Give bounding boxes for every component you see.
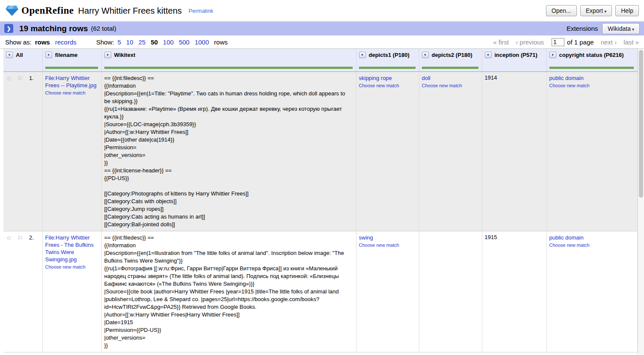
wikitext-cell[interactable]: == {{int:filedesc}} == {{Information |De… (101, 231, 356, 352)
flag-icon[interactable]: ⚐ (17, 75, 23, 83)
choose-new-match-link[interactable]: Choose new match (45, 90, 98, 95)
column-menu-button-depicts1[interactable]: ▼ (359, 52, 366, 58)
column-header-filename: ▼ filename (42, 49, 101, 71)
chevron-down-icon: ▼ (551, 53, 555, 57)
filename-cell: File:Harry Whittier Frees - The Bufkins … (42, 231, 101, 352)
column-name-filename: filename (55, 52, 78, 58)
page-number-input[interactable] (552, 38, 564, 46)
filename-link[interactable]: File:Harry Whittier Frees - The Bufkins … (45, 234, 94, 263)
choose-new-match-link[interactable]: Choose new match (549, 243, 634, 248)
star-icon[interactable]: ☆ (6, 75, 12, 83)
column-menu-button-filename[interactable]: ▼ (45, 52, 52, 58)
row-index: 2. (29, 234, 34, 241)
show-as-label: Show as: (5, 38, 32, 46)
wikidata-extension-button[interactable]: Wikidata▾ (602, 23, 640, 34)
openrefine-app: OpenRefine Harry Whittier Frees kittens … (0, 0, 644, 355)
depicts1-cell: skipping rope Choose new match (356, 71, 419, 231)
wikitext-value: == {{int:filedesc}} == {{Information |De… (104, 234, 353, 349)
reconciliation-progress-bar (422, 67, 478, 69)
column-name-all: All (16, 52, 23, 58)
app-name: OpenRefine (21, 5, 74, 16)
depicts2-cell: doll Choose new match (419, 71, 482, 231)
page-size-10[interactable]: 10 (126, 38, 134, 46)
facet-panel-toggle-button[interactable]: ❯ (4, 24, 13, 33)
permalink-link[interactable]: Permalink (189, 8, 214, 14)
column-header-copyright-status: ▼ copyright status (P6216) (546, 49, 637, 71)
open-button[interactable]: Open... (546, 5, 577, 16)
chevron-down-icon: ▼ (487, 53, 490, 57)
copyright-status-cell: public domain Choose new match (546, 71, 637, 231)
copyright-status-link[interactable]: public domain (549, 75, 584, 81)
next-page-button[interactable]: next › (601, 38, 617, 46)
chevron-down-icon: ▼ (361, 53, 364, 57)
column-header-depicts2: ▼ depicts2 (P180) (419, 49, 482, 71)
depicts1-link[interactable]: swing (359, 234, 373, 241)
rows-suffix-label: rows (214, 38, 228, 46)
extensions-label: Extensions (567, 25, 598, 32)
table-row: ☆ ⚐ 2. File:Harry Whittier Frees - The B… (3, 231, 637, 352)
inception-cell[interactable]: 1915 (482, 231, 546, 352)
inception-value: 1914 (485, 74, 497, 81)
page-count-label: of 1 page (567, 38, 594, 46)
depicts1-cell: swing Choose new match (356, 231, 419, 352)
data-table: ▼ All ▼ filename (3, 49, 638, 352)
choose-new-match-link[interactable]: Choose new match (422, 83, 478, 88)
row-controls-cell: ☆ ⚐ 2. (3, 231, 42, 352)
column-menu-button-copyright-status[interactable]: ▼ (549, 52, 556, 58)
summary-bar: ❯ 19 matching rows (62 total) Extensions… (0, 21, 644, 36)
page-size-500[interactable]: 500 (179, 38, 190, 46)
top-bar: OpenRefine Harry Whittier Frees kittens … (0, 0, 644, 21)
vertical-scrollbar-thumb[interactable] (639, 50, 643, 198)
project-title: Harry Whittier Frees kittens (78, 6, 182, 16)
reconciliation-progress-bar (359, 67, 415, 69)
wikidata-extension-label: Wikidata (608, 25, 631, 32)
column-menu-button-wikitext[interactable]: ▼ (104, 52, 111, 58)
first-page-button[interactable]: « first (493, 38, 509, 46)
inception-cell[interactable]: 1914 (482, 71, 546, 231)
previous-page-button[interactable]: ‹ previous (516, 38, 544, 46)
row-index: 1. (29, 75, 34, 81)
data-table-area: ▼ All ▼ filename (0, 49, 644, 352)
choose-new-match-link[interactable]: Choose new match (359, 83, 415, 88)
column-name-depicts1: depicts1 (P180) (369, 52, 410, 58)
wikitext-cell[interactable]: == {{int:filedesc}} == {{Information |De… (101, 71, 356, 231)
column-header-all: ▼ All (3, 49, 42, 71)
export-button[interactable]: Export▾ (580, 5, 612, 16)
chevron-down-icon: ▼ (8, 53, 11, 57)
column-menu-button-depicts2[interactable]: ▼ (422, 52, 429, 58)
show-as-records-option[interactable]: records (55, 38, 77, 46)
total-rows-count: (62 total) (91, 25, 116, 32)
depicts2-cell[interactable] (419, 231, 482, 352)
copyright-status-link[interactable]: public domain (549, 234, 584, 241)
filename-cell: File:Harry Whittier Frees -- Playtime.jp… (42, 71, 101, 231)
reconciliation-progress-bar (45, 67, 98, 69)
flag-icon[interactable]: ⚐ (17, 234, 23, 242)
help-button[interactable]: Help (615, 5, 639, 16)
depicts1-link[interactable]: skipping rope (359, 75, 392, 81)
chevron-down-icon: ▾ (604, 9, 606, 14)
column-menu-button-all[interactable]: ▼ (6, 52, 13, 58)
choose-new-match-link[interactable]: Choose new match (359, 243, 415, 248)
page-size-1000[interactable]: 1000 (195, 38, 209, 46)
filename-link[interactable]: File:Harry Whittier Frees -- Playtime.jp… (45, 75, 97, 89)
page-size-5[interactable]: 5 (117, 38, 121, 46)
last-page-button[interactable]: last » (623, 38, 639, 46)
choose-new-match-link[interactable]: Choose new match (549, 83, 634, 88)
page-size-25[interactable]: 25 (138, 38, 145, 46)
vertical-scrollbar-track[interactable] (638, 49, 644, 355)
column-header-inception: ▼ inception (P571) (482, 49, 546, 71)
column-name-inception: inception (P571) (495, 52, 537, 58)
chevron-down-icon: ▼ (47, 53, 50, 57)
chevron-down-icon: ▾ (632, 27, 634, 32)
depicts2-link[interactable]: doll (422, 75, 430, 81)
column-menu-button-inception[interactable]: ▼ (485, 52, 492, 58)
page-size-50-selected[interactable]: 50 (151, 38, 158, 46)
show-as-rows-option[interactable]: rows (35, 38, 50, 46)
page-size-100[interactable]: 100 (163, 38, 174, 46)
star-icon[interactable]: ☆ (6, 234, 12, 242)
inception-value: 1915 (485, 234, 497, 240)
view-options-bar: Show as: rows records Show: 5 10 25 50 1… (0, 36, 644, 49)
show-label: Show: (96, 38, 114, 46)
choose-new-match-link[interactable]: Choose new match (45, 264, 98, 269)
row-controls-cell: ☆ ⚐ 1. (3, 71, 42, 231)
